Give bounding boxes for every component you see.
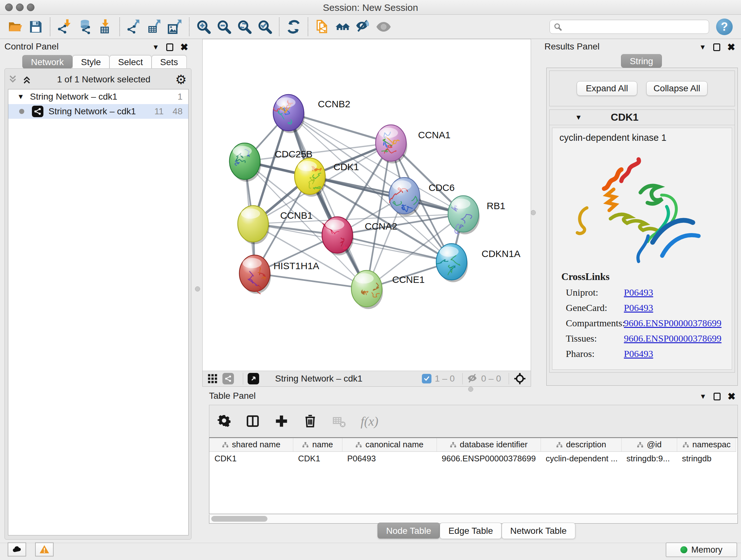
open-session-button[interactable]	[5, 17, 25, 37]
table-cell[interactable]: CDK1	[209, 451, 293, 465]
network-node-CCNE1[interactable]	[351, 270, 383, 309]
column-header-database-identifier[interactable]: database identifier	[436, 438, 541, 451]
table-options-gear-icon[interactable]	[217, 414, 231, 428]
column-header--id[interactable]: @id	[621, 438, 677, 451]
collapse-all-chevron-icon[interactable]	[7, 74, 18, 85]
network-options-gear-icon[interactable]: ⚙	[175, 73, 187, 86]
gene-caret-icon[interactable]: ▼	[575, 113, 582, 122]
tab-string[interactable]: String	[621, 54, 662, 68]
expand-all-button[interactable]: Expand All	[577, 81, 637, 96]
show-all-button[interactable]	[374, 17, 394, 37]
table-cell[interactable]: 9606.ENSP00000378699	[436, 451, 541, 465]
network-node-RB1[interactable]	[448, 196, 480, 234]
fit-content-icon	[237, 19, 252, 35]
delete-column-trash-icon[interactable]	[303, 414, 317, 428]
network-node-CCNB2[interactable]	[273, 95, 305, 133]
tab-network[interactable]: Network	[22, 55, 72, 69]
network-node-HIST1H1A[interactable]	[239, 255, 271, 294]
network-node-CDC25B[interactable]	[229, 143, 261, 182]
search-input[interactable]	[565, 22, 705, 32]
hide-selected-button[interactable]	[353, 17, 374, 37]
grid-view-button[interactable]	[207, 373, 218, 384]
help-button[interactable]: ?	[716, 18, 733, 35]
right-splitter-handle[interactable]	[531, 210, 536, 215]
cloud-status-button[interactable]	[8, 543, 26, 557]
column-header-namespac[interactable]: namespac	[677, 438, 736, 451]
column-header-shared-name[interactable]: shared name	[209, 438, 293, 451]
apply-layout-button[interactable]	[283, 17, 304, 37]
gene-section-header[interactable]: ▼ CDK1	[549, 110, 735, 125]
show-columns-icon[interactable]	[246, 414, 260, 428]
panel-menu-caret-icon[interactable]: ▼	[699, 392, 706, 401]
table-row[interactable]: CDK1CDK1P064939606.ENSP00000378699cyclin…	[209, 451, 736, 465]
hidden-eye-icon	[467, 373, 478, 384]
crosslink-link[interactable]: P06493	[624, 348, 653, 359]
first-neighbors-button[interactable]	[333, 17, 353, 37]
export-network-button[interactable]	[124, 17, 144, 37]
toolbar-search-field[interactable]	[549, 20, 709, 34]
network-edge[interactable]	[255, 273, 367, 289]
network-node-CDK1[interactable]	[294, 158, 326, 197]
network-collection-row[interactable]: ▼ String Network – cdk1 1	[8, 89, 188, 104]
panel-float-icon[interactable]	[166, 44, 173, 51]
network-node-CDC6[interactable]	[389, 178, 421, 216]
panel-float-icon[interactable]	[714, 393, 721, 400]
tab-style[interactable]: Style	[72, 55, 110, 69]
panel-close-icon[interactable]: ✖	[180, 43, 188, 52]
panel-close-icon[interactable]: ✖	[728, 392, 736, 401]
bottom-splitter-handle[interactable]	[468, 387, 473, 392]
clone-network-button[interactable]	[312, 17, 333, 37]
tab-sets[interactable]: Sets	[151, 55, 187, 69]
crosshair-icon[interactable]	[514, 372, 526, 385]
network-node-CCNB1[interactable]	[238, 206, 269, 244]
network-node-CDKN1A[interactable]	[436, 244, 468, 282]
panel-menu-caret-icon[interactable]: ▼	[699, 43, 706, 51]
panel-float-icon[interactable]	[713, 44, 720, 51]
fit-content-button[interactable]	[234, 17, 255, 37]
crosslink-link[interactable]: P06493	[624, 287, 653, 298]
crosslink-link[interactable]: 9606.ENSP00000378699	[624, 318, 722, 328]
table-cell[interactable]: CDK1	[293, 451, 342, 465]
network-badge-button[interactable]	[222, 373, 234, 384]
export-table-button[interactable]	[144, 17, 165, 37]
selected-checkbox-icon[interactable]	[422, 374, 431, 383]
network-row[interactable]: String Network – cdk1 11 48	[8, 104, 188, 119]
left-splitter-handle[interactable]	[195, 287, 200, 292]
network-node-CCNA1[interactable]	[376, 125, 407, 164]
export-image-button[interactable]	[165, 17, 185, 37]
zoom-out-button[interactable]	[214, 17, 234, 37]
add-column-plus-icon[interactable]	[274, 414, 288, 428]
import-network-button[interactable]	[54, 17, 75, 37]
memory-button[interactable]: Memory	[666, 543, 737, 557]
collection-caret-icon[interactable]: ▼	[17, 92, 24, 101]
zoom-in-button[interactable]	[193, 17, 214, 37]
crosslink-link[interactable]: 9606.ENSP00000378699	[624, 333, 722, 344]
expand-all-chevron-icon[interactable]	[21, 74, 32, 85]
network-canvas[interactable]: CCNB2CCNA1CDC25BCDK1CDC6RB1CCNB1CCNA2CDK…	[203, 39, 531, 371]
table-horizontal-scrollbar[interactable]	[209, 515, 738, 523]
collapse-all-button[interactable]: Collapse All	[646, 81, 708, 96]
scrollbar-thumb[interactable]	[211, 516, 267, 522]
crosslink-link[interactable]: P06493	[624, 302, 653, 313]
warnings-button[interactable]	[35, 543, 54, 557]
column-header-name[interactable]: name	[293, 438, 342, 451]
tab-edge-table[interactable]: Edge Table	[440, 523, 502, 539]
zoom-selected-button[interactable]	[255, 17, 275, 37]
import-table-button[interactable]	[95, 17, 116, 37]
table-cell[interactable]: cyclin-dependent ...	[541, 451, 621, 465]
import-network-from-database-button[interactable]	[75, 17, 95, 37]
tab-select[interactable]: Select	[110, 55, 151, 69]
table-cell[interactable]: P06493	[342, 451, 436, 465]
panel-close-icon[interactable]: ✖	[727, 43, 735, 52]
column-header-description[interactable]: description	[541, 438, 621, 451]
tab-network-table[interactable]: Network Table	[502, 523, 576, 539]
table-cell[interactable]: stringdb	[677, 451, 736, 465]
save-session-button[interactable]	[25, 17, 46, 37]
network-edge[interactable]	[310, 176, 463, 214]
panel-menu-caret-icon[interactable]: ▼	[152, 43, 159, 51]
birdseye-view-button[interactable]	[248, 373, 259, 384]
column-header-canonical-name[interactable]: canonical name	[342, 438, 436, 451]
table-cell[interactable]: stringdb:9...	[621, 451, 677, 465]
network-node-CCNA2[interactable]	[322, 217, 354, 255]
tab-node-table[interactable]: Node Table	[378, 523, 440, 539]
